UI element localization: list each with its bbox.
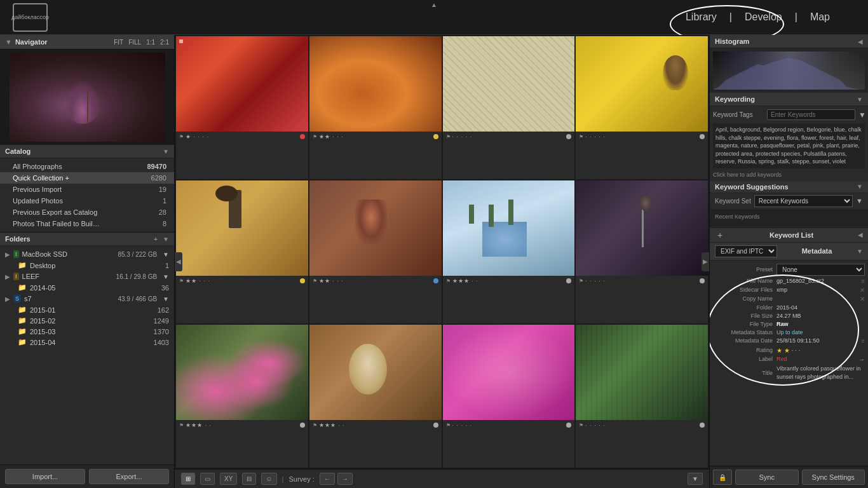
preset-select[interactable]: None <box>776 264 865 276</box>
right-bottom-buttons: 🔒 Sync Sync Settings <box>710 466 868 488</box>
drive-leef[interactable]: ▶ I LEEF 16.1 / 29.8 GB ▼ <box>0 271 174 282</box>
survey-label: Survey : <box>288 475 314 483</box>
folder-2015-03[interactable]: 📁 2015-03 1370 <box>0 326 174 337</box>
keywording-section: Keyword Tags ▼ April, background, Belgor… <box>710 106 868 181</box>
folder-desktop[interactable]: 📁 Desktop 1 <box>0 260 174 271</box>
catalog-previous-export[interactable]: Previous Export as Catalog 28 <box>0 207 174 218</box>
catalog-failed-build[interactable]: Photos That Failed to Buil… 8 <box>0 218 174 229</box>
keyword-input-dropdown[interactable]: ▼ <box>858 111 866 119</box>
rating-stars: ★ ★ · · · <box>776 347 800 354</box>
preset-label: Preset <box>713 266 776 273</box>
folder-2015-02[interactable]: 📁 2015-02 1249 <box>0 315 174 326</box>
keyword-tags-input[interactable] <box>767 109 855 120</box>
photo-cell-2[interactable]: ⚑ ★★ · · · <box>309 36 442 179</box>
folders-add-btn[interactable]: + <box>154 235 158 243</box>
copyname-edit-btn[interactable]: ✕ <box>860 295 865 302</box>
center-panel: ⚑ ★ · · · · ⚑ ★★ · · · <box>175 35 709 488</box>
catalog-quick-collection[interactable]: Quick Collection + 6280 <box>0 172 174 184</box>
label-arrow-btn[interactable]: → <box>858 356 865 363</box>
photo-cell-1[interactable]: ⚑ ★ · · · · <box>176 36 308 179</box>
navigator-preview <box>0 50 174 145</box>
metadata-status-value: Up to date <box>776 329 865 336</box>
keyword-list-add-btn[interactable]: + <box>715 230 725 240</box>
nav-2to1-btn[interactable]: 2:1 <box>160 39 169 46</box>
photo-cell-12[interactable]: ⚑ · · · · · <box>576 325 708 468</box>
metadata-title: Metadata <box>802 247 832 255</box>
histogram-header[interactable]: Histogram ◀ <box>710 35 868 48</box>
photo-cell-11[interactable]: ⚑ · · · · · <box>443 325 575 468</box>
photo-cell-7[interactable]: ⚑ ★★★ · · <box>443 180 575 323</box>
folder-2015-01[interactable]: 📁 2015-01 162 <box>0 304 174 315</box>
export-button[interactable]: Export... <box>89 469 169 484</box>
keyword-tags-label: Keyword Tags <box>713 111 764 118</box>
keyword-set-select[interactable]: Recent Keywords <box>754 195 853 207</box>
keyword-suggestions-area: Recent Keywords <box>710 209 868 228</box>
prev-arrow-btn[interactable]: ← <box>320 473 335 485</box>
metadata-menu-btn[interactable]: ≡ <box>861 337 865 344</box>
sync-button[interactable]: Sync <box>735 470 799 485</box>
click-add-keywords-link[interactable]: Click here to add keywords <box>713 172 865 178</box>
keyword-set-dropdown-btn[interactable]: ▼ <box>856 197 863 205</box>
photo-cell-3[interactable]: ⚑ · · · · · <box>443 36 575 179</box>
photo-cell-10[interactable]: ⚑ ★★★ · · <box>309 325 442 468</box>
histogram-bar <box>713 51 865 90</box>
grid-toolbar: ⊞ ▭ XY ⊟ ☺ | Survey : ← → ▼ <box>175 469 709 488</box>
catalog-all-photographs[interactable]: All Photographs 89470 <box>0 161 174 172</box>
nav-circle-wrapper: Library <box>686 11 717 23</box>
photo-cell-9[interactable]: ⚑ ★★★ · · <box>176 325 308 468</box>
keyword-list-label: Keyword List <box>770 231 813 239</box>
metadata-section: Preset None File Name gp_156802_b3.cr2 ≡ <box>710 261 868 386</box>
keyword-list-header[interactable]: + Keyword List ◀ <box>710 228 868 243</box>
title-value: Vibrantly colored pasqueflower in sunset… <box>776 365 865 381</box>
left-panel: ▼ Navigator FIT FILL 1:1 2:1 <box>0 35 175 488</box>
loupe-view-btn[interactable]: ▭ <box>200 473 215 485</box>
grid-view-btn[interactable]: ⊞ <box>181 473 195 485</box>
navigator-header[interactable]: ▼ Navigator FIT FILL 1:1 2:1 <box>0 35 174 50</box>
metadata-header[interactable]: EXIF and IPTC Metadata ▼ <box>710 243 868 261</box>
sync-settings-button[interactable]: Sync Settings <box>802 470 865 485</box>
folders-section: ▶ I MacBook SSD 85.3 / 222 GB ▼ 📁 Deskto… <box>0 246 174 350</box>
filename-edit-btn[interactable]: ≡ <box>861 278 865 285</box>
people-view-btn[interactable]: ☺ <box>261 473 276 485</box>
photo-cell-5[interactable]: ⚑ ★★ · · · <box>176 180 308 323</box>
folder-2015-04[interactable]: 📁 2015-04 1403 <box>0 337 174 348</box>
photo-cell-8[interactable]: ⚑ · · · · · <box>576 180 708 323</box>
catalog-previous-import[interactable]: Previous Import 19 <box>0 184 174 195</box>
photo-cell-6[interactable]: ⚑ ★★ · · · <box>309 180 442 323</box>
navigator-image <box>10 53 165 142</box>
drive-macbook-ssd[interactable]: ▶ I MacBook SSD 85.3 / 222 GB ▼ <box>0 248 174 260</box>
sidecar-edit-btn[interactable]: ✕ <box>860 287 865 294</box>
top-bar: дайбо классор ▲ Library | Develop | Map <box>0 0 868 35</box>
folders-header[interactable]: Folders + ▼ <box>0 233 174 246</box>
left-panel-collapse-arrow[interactable]: ◀ <box>175 252 182 271</box>
keywording-header[interactable]: Keywording ▼ <box>710 93 868 106</box>
nav-fit-btn[interactable]: FIT <box>114 39 123 46</box>
right-panel: Histogram ◀ Keywording ▼ Keyword Tags <box>709 35 868 488</box>
nav-map[interactable]: Map <box>810 11 830 23</box>
nav-develop[interactable]: Develop <box>745 11 782 23</box>
metadata-type-select[interactable]: EXIF and IPTC <box>715 245 777 257</box>
folder-2014-05[interactable]: 📁 2014-05 36 <box>0 282 174 293</box>
catalog-updated-photos[interactable]: Updated Photos 1 <box>0 195 174 207</box>
compare-view-btn[interactable]: XY <box>220 473 237 485</box>
right-panel-collapse-arrow[interactable]: ▶ <box>702 252 709 271</box>
sync-lock-btn[interactable]: 🔒 <box>713 470 732 485</box>
survey-view-btn[interactable]: ⊟ <box>242 473 256 485</box>
filmstrip-toggle-btn[interactable]: ▼ <box>688 473 703 485</box>
top-navigation: Library | Develop | Map <box>686 11 830 23</box>
import-button[interactable]: Import... <box>5 469 85 484</box>
nav-fill-btn[interactable]: FILL <box>128 39 141 46</box>
label-value: Red <box>776 356 858 362</box>
next-arrow-btn[interactable]: → <box>337 473 353 485</box>
catalog-section: All Photographs 89470 Quick Collection +… <box>0 158 174 232</box>
keyword-suggestions-label: Keyword Suggestions <box>715 183 789 191</box>
nav-1to1-btn[interactable]: 1:1 <box>146 39 155 46</box>
photo-grid: ⚑ ★ · · · · ⚑ ★★ · · · <box>175 35 709 469</box>
drive-s7[interactable]: ▶ S s7 43.9 / 466 GB ▼ <box>0 293 174 304</box>
histogram-display <box>710 48 868 93</box>
catalog-header[interactable]: Catalog ▼ <box>0 145 174 158</box>
photo-cell-4[interactable]: ⚑ · · · · · <box>576 36 708 179</box>
keyword-suggestions-header[interactable]: Keyword Suggestions ▼ <box>710 181 868 193</box>
nav-library[interactable]: Library <box>686 11 717 23</box>
bottom-buttons: Import... Export... <box>0 464 174 488</box>
